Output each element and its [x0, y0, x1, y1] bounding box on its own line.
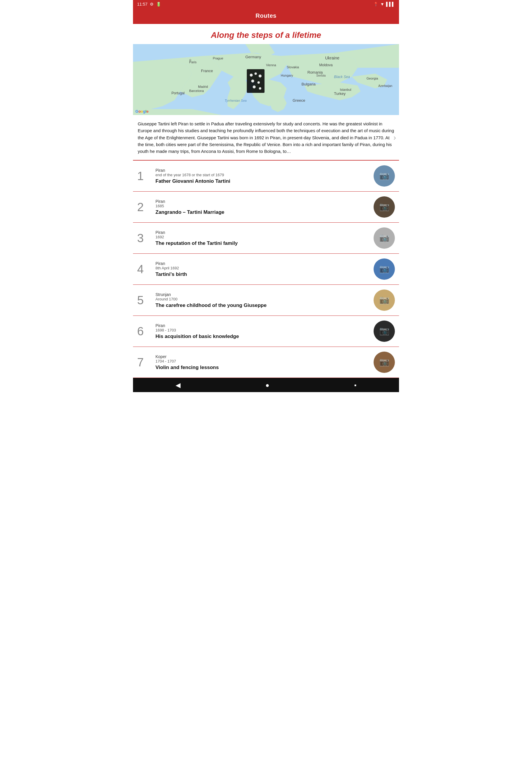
route-title: The carefree childhood of the young Gius… [156, 303, 370, 308]
header-title: Routes [256, 13, 277, 19]
route-date: 1698 - 1703 [156, 328, 370, 332]
svg-text:Istanbul: Istanbul [340, 88, 351, 91]
svg-point-14 [250, 74, 253, 76]
signal-icon: ▌▌▌ [386, 2, 395, 7]
route-number: 6 [137, 325, 152, 337]
svg-text:Barcelona: Barcelona [189, 89, 204, 93]
status-bar-left: 11:57 ⚙ 🔋 [137, 2, 161, 7]
route-list: 1Piranend of the year 1678 or the start … [133, 161, 399, 378]
route-item-6[interactable]: 6Piran1698 - 1703His acquisition of basi… [133, 316, 399, 347]
route-thumbnail: 📷 [373, 258, 395, 280]
svg-text:Georgia: Georgia [367, 76, 378, 80]
route-title: Tartini's birth [156, 271, 370, 277]
svg-text:Madrid: Madrid [198, 85, 208, 88]
svg-point-18 [257, 81, 260, 84]
recents-button[interactable]: ▪ [354, 381, 357, 389]
status-bar: 11:57 ⚙ 🔋 📍 ▼ ▌▌▌ [133, 0, 399, 8]
route-info: Piran1698 - 1703His acquisition of basic… [152, 323, 373, 340]
route-date: 1692 [156, 235, 370, 239]
route-title: His acquisition of basic knowledge [156, 334, 370, 340]
svg-text:Black Sea: Black Sea [334, 75, 350, 79]
time-display: 11:57 [137, 2, 147, 7]
svg-point-19 [253, 85, 256, 88]
svg-text:⊙: ⊙ [189, 59, 192, 62]
svg-text:Ukraine: Ukraine [325, 56, 339, 60]
route-thumbnail: 📷 [373, 165, 395, 187]
svg-point-15 [254, 73, 257, 75]
route-item-1[interactable]: 1Piranend of the year 1678 or the start … [133, 161, 399, 192]
next-arrow[interactable]: › [393, 132, 396, 143]
svg-text:📷: 📷 [379, 326, 390, 336]
route-date: Around 1700 [156, 297, 370, 301]
route-date: 1685 [156, 204, 370, 208]
settings-icon: ⚙ [150, 2, 154, 7]
route-item-7[interactable]: 7Koper1704 - 1707Violin and fencing less… [133, 347, 399, 378]
route-thumbnail: 📷 [373, 320, 395, 342]
route-thumbnail: 📷 [373, 227, 395, 249]
svg-text:France: France [201, 69, 213, 73]
nav-bar: ◀ ● ▪ [133, 378, 399, 392]
route-number: 1 [137, 170, 152, 182]
svg-point-20 [259, 87, 261, 90]
route-info: Koper1704 - 1707Violin and fencing lesso… [152, 354, 373, 371]
route-info: Piran8th April 1692Tartini's birth [152, 261, 373, 277]
route-number: 7 [137, 356, 152, 368]
page-title: Along the steps of a lifetime [133, 24, 399, 44]
route-thumbnail: 📷 [373, 197, 395, 218]
route-number: 2 [137, 201, 152, 213]
svg-text:📷: 📷 [379, 264, 390, 274]
svg-text:Hungary: Hungary [281, 74, 293, 77]
route-thumbnail: 📷 [373, 351, 395, 373]
svg-text:📷: 📷 [379, 202, 390, 211]
svg-text:Greece: Greece [293, 98, 305, 103]
route-location: Piran [156, 199, 370, 204]
home-button[interactable]: ● [265, 381, 269, 389]
route-date: 1704 - 1707 [156, 359, 370, 363]
svg-text:Slovakia: Slovakia [287, 65, 299, 69]
svg-text:Germany: Germany [245, 55, 261, 59]
route-location: Koper [156, 354, 370, 359]
svg-point-16 [259, 75, 262, 77]
wifi-icon: ▼ [380, 2, 384, 7]
location-icon: 📍 [373, 2, 378, 7]
svg-text:Serbia: Serbia [316, 74, 326, 77]
svg-text:📷: 📷 [379, 357, 390, 367]
route-info: Piranend of the year 1678 or the start o… [152, 168, 373, 184]
svg-text:Tyrrhenian Sea: Tyrrhenian Sea [224, 99, 247, 102]
back-button[interactable]: ◀ [176, 381, 181, 389]
description-text: Giuseppe Tartini left Piran to settle in… [138, 120, 394, 155]
svg-text:Prague: Prague [213, 56, 223, 60]
svg-text:Turkey: Turkey [334, 91, 346, 96]
route-location: Piran [156, 168, 370, 173]
svg-text:📷: 📷 [379, 170, 390, 180]
route-title: Father Giovanni Antonio Tartini [156, 178, 370, 184]
route-title: The reputation of the Tartini family [156, 240, 370, 246]
route-item-3[interactable]: 3Piran1692The reputation of the Tartini … [133, 223, 399, 254]
battery-icon: 🔋 [156, 2, 161, 7]
map-svg: Germany France Portugal Ukraine Romania … [133, 44, 399, 115]
svg-text:Google: Google [135, 109, 149, 113]
route-item-2[interactable]: 2Piran1685Zangrando – Tartini Marriage 📷 [133, 192, 399, 223]
svg-text:Bulgaria: Bulgaria [302, 82, 316, 86]
route-location: Piran [156, 323, 370, 328]
svg-text:Azerbaijan: Azerbaijan [378, 84, 392, 87]
route-location: Piran [156, 261, 370, 266]
svg-text:Vienna: Vienna [266, 63, 276, 67]
route-thumbnail: 📷 [373, 289, 395, 311]
route-number: 3 [137, 232, 152, 244]
route-item-4[interactable]: 4Piran8th April 1692Tartini's birth 📷 [133, 254, 399, 285]
map-section[interactable]: Germany France Portugal Ukraine Romania … [133, 44, 399, 115]
svg-text:Moldova: Moldova [319, 63, 333, 67]
route-info: StrunjanAround 1700The carefree childhoo… [152, 292, 373, 308]
status-bar-right: 📍 ▼ ▌▌▌ [373, 2, 395, 7]
app-header: Routes [133, 8, 399, 24]
svg-text:📷: 📷 [379, 233, 390, 242]
route-location: Strunjan [156, 292, 370, 297]
route-info: Piran1692The reputation of the Tartini f… [152, 230, 373, 246]
route-item-5[interactable]: 5StrunjanAround 1700The carefree childho… [133, 285, 399, 316]
route-date: 8th April 1692 [156, 266, 370, 270]
svg-text:📷: 📷 [379, 295, 390, 305]
route-number: 5 [137, 294, 152, 306]
route-date: end of the year 1678 or the start of 167… [156, 173, 370, 177]
route-title: Violin and fencing lessons [156, 365, 370, 371]
